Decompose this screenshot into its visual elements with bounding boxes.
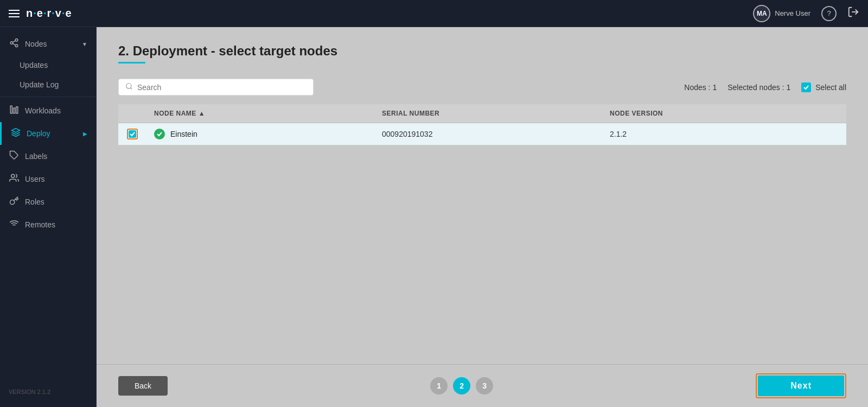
pagination: 1 2 3 (430, 377, 493, 395)
svg-rect-7 (14, 108, 15, 113)
page-step-3[interactable]: 3 (476, 377, 493, 395)
navbar: n·e·r·v·e MA Nerve User ? (0, 0, 868, 27)
node-name: Einstein (170, 130, 197, 138)
sidebar-item-labels[interactable]: Labels (0, 145, 96, 168)
sidebar-remotes-label: Remotes (25, 220, 55, 229)
node-status-icon (154, 129, 165, 139)
navbar-right: MA Nerve User ? (753, 5, 859, 22)
table-header: NODE NAME ▲ SERIAL NUMBER NODE VERSION (118, 104, 846, 123)
row-checkbox-inner (129, 130, 136, 138)
sidebar-deploy-label: Deploy (27, 129, 50, 138)
nodes-table: NODE NAME ▲ SERIAL NUMBER NODE VERSION (118, 104, 846, 145)
nodes-icon (9, 38, 20, 50)
svg-line-4 (12, 43, 15, 45)
users-icon (9, 173, 20, 185)
remotes-icon (9, 219, 20, 231)
deploy-arrow-icon: ▶ (83, 131, 87, 137)
select-all-control[interactable]: Select all (801, 82, 846, 92)
next-button[interactable]: Next (758, 376, 844, 396)
header-node-version: NODE VERSION (610, 110, 838, 117)
sidebar-nodes-label: Nodes (25, 40, 47, 48)
svg-point-1 (15, 39, 18, 42)
sidebar-users-label: Users (25, 175, 45, 183)
select-all-checkbox[interactable] (801, 82, 811, 92)
node-name-cell: Einstein (154, 129, 382, 139)
nodes-arrow-icon: ▼ (82, 41, 87, 47)
sidebar-labels-label: Labels (25, 152, 47, 161)
node-version: 2.1.2 (610, 130, 838, 138)
sidebar-item-update-log[interactable]: Update Log (0, 75, 96, 94)
page-title: 2. Deployment - select target nodes (118, 43, 846, 59)
header-serial-number: SERIAL NUMBER (382, 110, 610, 117)
svg-point-2 (10, 42, 13, 44)
selected-nodes-count: Selected nodes : 1 (727, 83, 790, 92)
main-layout: Nodes ▼ Updates Update Log Workloads (0, 27, 868, 407)
row-checkbox-cell[interactable] (127, 129, 154, 139)
select-all-label: Select all (815, 83, 846, 92)
nodes-count: Nodes : 1 (684, 83, 717, 92)
username-label: Nerve User (775, 9, 810, 17)
svg-rect-8 (16, 107, 18, 113)
logout-button[interactable] (847, 6, 859, 21)
page-step-2[interactable]: 2 (453, 377, 470, 395)
sidebar: Nodes ▼ Updates Update Log Workloads (0, 27, 97, 407)
page-title-underline (118, 62, 145, 63)
sidebar-update-log-label: Update Log (20, 80, 59, 89)
svg-line-5 (12, 41, 15, 42)
toolbar: Nodes : 1 Selected nodes : 1 Select all (118, 79, 846, 96)
version-label: VERSION 2.1.2 (0, 382, 96, 402)
page-step-1[interactable]: 1 (430, 377, 448, 395)
sidebar-item-roles[interactable]: Roles (0, 190, 96, 213)
svg-point-3 (15, 44, 18, 47)
app-logo: n·e·r·v·e (26, 7, 72, 20)
menu-icon[interactable] (9, 10, 20, 17)
sidebar-item-nodes[interactable]: Nodes ▼ (0, 33, 96, 55)
sidebar-item-updates[interactable]: Updates (0, 55, 96, 75)
workloads-icon (9, 105, 20, 117)
svg-point-11 (126, 84, 131, 88)
header-checkbox (127, 110, 154, 117)
table-row[interactable]: Einstein 000920191032 2.1.2 (118, 123, 846, 145)
back-button[interactable]: Back (118, 376, 168, 396)
sidebar-roles-label: Roles (25, 198, 44, 206)
sidebar-updates-label: Updates (20, 61, 48, 69)
deploy-icon (10, 128, 21, 139)
search-input[interactable] (137, 83, 307, 92)
help-button[interactable]: ? (821, 6, 837, 21)
footer: Back 1 2 3 Next (97, 364, 868, 407)
search-box[interactable] (118, 79, 314, 96)
sidebar-item-workloads[interactable]: Workloads (0, 99, 96, 122)
sidebar-item-remotes[interactable]: Remotes (0, 213, 96, 236)
labels-icon (9, 150, 20, 162)
avatar: MA (753, 5, 770, 22)
svg-rect-6 (10, 106, 12, 113)
sidebar-workloads-label: Workloads (25, 106, 61, 115)
sidebar-item-users[interactable]: Users (0, 168, 96, 190)
sidebar-item-deploy[interactable]: Deploy ▶ (0, 122, 96, 145)
svg-point-9 (11, 174, 15, 177)
serial-number: 000920191032 (382, 130, 610, 138)
header-node-name: NODE NAME ▲ (154, 110, 382, 117)
next-button-wrapper: Next (756, 373, 846, 398)
svg-line-12 (131, 88, 132, 90)
content-inner: 2. Deployment - select target nodes Node… (97, 27, 868, 364)
toolbar-info: Nodes : 1 Selected nodes : 1 Select all (684, 82, 846, 92)
roles-icon (9, 196, 20, 208)
content-area: 2. Deployment - select target nodes Node… (97, 27, 868, 407)
row-checkbox[interactable] (127, 129, 138, 139)
search-icon (125, 82, 133, 92)
